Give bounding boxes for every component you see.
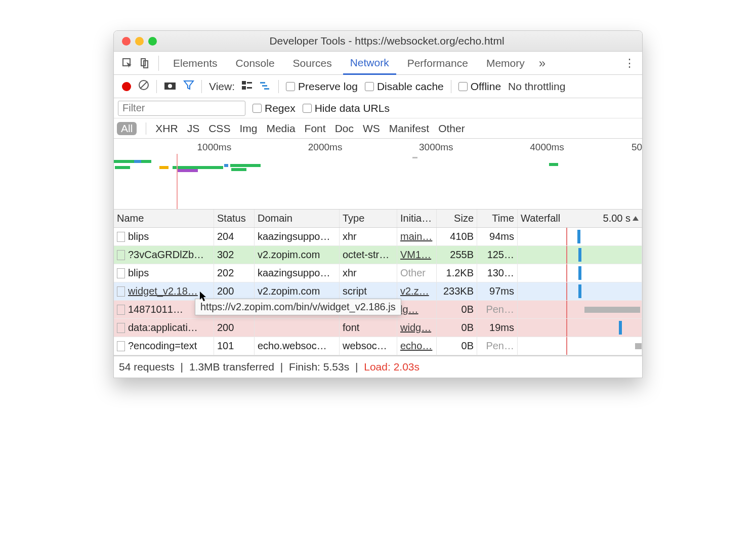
cell-initiator[interactable]: widg… (397, 319, 437, 337)
cell-name[interactable]: data:applicati… (114, 319, 214, 337)
throttling-select[interactable]: No throttling (508, 80, 565, 93)
cell-type: font (340, 319, 397, 337)
table-row[interactable]: blips202kaazingsuppo…xhrOther1.2KB130… (114, 264, 642, 282)
status-requests: 54 requests (119, 361, 175, 373)
inspect-icon[interactable] (121, 58, 134, 69)
cell-type: xhr (340, 264, 397, 282)
cell-waterfall (518, 319, 642, 337)
col-domain[interactable]: Domain (255, 210, 340, 227)
col-size[interactable]: Size (437, 210, 477, 227)
table-row[interactable]: ?3vCaGRDlZb…302v2.zopim.comoctet-str…VM1… (114, 246, 642, 264)
cell-initiator[interactable]: lg… (397, 301, 437, 318)
filter-type-js[interactable]: JS (187, 122, 200, 135)
table-row[interactable]: blips204kaazingsuppo…xhrmain…410B94ms (114, 228, 642, 246)
col-status[interactable]: Status (214, 210, 255, 227)
record-icon[interactable] (122, 82, 131, 91)
hide-data-urls-checkbox[interactable]: Hide data URLs (303, 102, 390, 114)
table-row[interactable]: data:applicati…200fontwidg…0B19ms (114, 319, 642, 337)
load-marker-line (566, 264, 567, 282)
row-name-text: blips (128, 231, 149, 242)
cell-initiator[interactable]: v2.z… (397, 282, 437, 300)
timeline-segment (115, 166, 130, 169)
hide-data-urls-label: Hide data URLs (315, 102, 390, 114)
tab-console[interactable]: Console (229, 52, 282, 75)
tab-sources[interactable]: Sources (286, 52, 339, 75)
cell-initiator[interactable]: echo… (397, 337, 437, 355)
cell-domain: v2.zopim.com (255, 282, 340, 300)
tab-network[interactable]: Network (343, 52, 396, 75)
timeline-segment (178, 169, 198, 172)
timeline-segment (412, 157, 417, 158)
svg-rect-11 (260, 82, 265, 84)
waterfall-pending-bar (635, 343, 642, 349)
device-toolbar-icon[interactable] (138, 58, 151, 69)
cell-type: script (340, 282, 397, 300)
separator (156, 80, 157, 93)
filter-type-all[interactable]: All (117, 122, 137, 135)
offline-label: Offline (471, 80, 501, 93)
filter-type-css[interactable]: CSS (208, 122, 230, 135)
table-row[interactable]: ?encoding=text101echo.websoc…websoc…echo… (114, 337, 642, 355)
row-name-text: blips (128, 267, 149, 279)
col-time[interactable]: Time (477, 210, 518, 227)
cell-name[interactable]: widget_v2.18… (114, 282, 214, 300)
row-name-text: data:applicati… (128, 322, 198, 334)
load-marker-line (566, 301, 567, 318)
disable-cache-checkbox[interactable]: Disable cache (365, 80, 444, 93)
network-toolbar: View: Preserve log Disable cache Offline… (114, 75, 642, 98)
timeline-tick: 1000ms (197, 142, 232, 153)
cell-waterfall (518, 264, 642, 282)
regex-checkbox[interactable]: Regex (253, 102, 296, 114)
more-menu-icon[interactable]: ⋮ (624, 57, 635, 70)
cell-initiator[interactable]: VM1… (397, 246, 437, 264)
clear-icon[interactable] (138, 79, 149, 93)
timeline-overview[interactable]: 1000ms 2000ms 3000ms 4000ms 50 (114, 139, 642, 210)
cell-type: xhr (340, 228, 397, 245)
timeline-tick: 3000ms (419, 142, 453, 153)
capture-screenshots-icon[interactable] (164, 80, 176, 93)
col-type[interactable]: Type (340, 210, 397, 227)
cell-domain: kaazingsuppo… (255, 264, 340, 282)
offline-checkbox[interactable]: Offline (458, 80, 501, 93)
filter-type-media[interactable]: Media (266, 122, 295, 135)
svg-point-6 (168, 84, 172, 88)
close-icon[interactable] (122, 37, 131, 46)
col-initiator[interactable]: Initia… (397, 210, 437, 227)
tab-elements[interactable]: Elements (166, 52, 225, 75)
table-row[interactable]: widget_v2.18…200v2.zopim.comscriptv2.z…2… (114, 282, 642, 301)
cell-name[interactable]: ?encoding=text (114, 337, 214, 355)
col-name[interactable]: Name (114, 210, 214, 227)
filter-type-manifest[interactable]: Manifest (389, 122, 429, 135)
waterfall-bar (578, 284, 581, 298)
timeline-segment (224, 164, 228, 167)
preserve-log-checkbox[interactable]: Preserve log (286, 80, 358, 93)
filter-type-xhr[interactable]: XHR (155, 122, 178, 135)
tab-performance[interactable]: Performance (400, 52, 475, 75)
large-rows-icon[interactable] (242, 80, 253, 93)
filter-type-img[interactable]: Img (239, 122, 257, 135)
tab-memory[interactable]: Memory (479, 52, 532, 75)
filter-input[interactable] (118, 101, 245, 116)
network-table-body: blips204kaazingsuppo…xhrmain…410B94ms?3v… (114, 228, 642, 355)
cell-status: 204 (214, 228, 255, 245)
filter-type-font[interactable]: Font (305, 122, 326, 135)
view-label: View: (209, 80, 235, 93)
svg-rect-10 (247, 87, 252, 89)
cell-name[interactable]: blips (114, 264, 214, 282)
filter-icon[interactable] (183, 79, 194, 93)
filter-type-ws[interactable]: WS (363, 122, 380, 135)
waterfall-view-icon[interactable] (260, 80, 271, 93)
filter-type-other[interactable]: Other (438, 122, 465, 135)
cell-name[interactable]: blips (114, 228, 214, 245)
document-icon (117, 286, 125, 297)
timeline-segment (141, 160, 151, 163)
filter-type-doc[interactable]: Doc (335, 122, 354, 135)
cell-initiator[interactable]: main… (397, 228, 437, 245)
overflow-tabs-icon[interactable]: » (536, 56, 549, 70)
waterfall-bar (578, 248, 581, 262)
separator (158, 56, 159, 71)
col-waterfall[interactable]: Waterfall 5.00 s (518, 210, 642, 227)
timeline-cursor-line (177, 154, 178, 209)
cell-name[interactable]: ?3vCaGRDlZb… (114, 246, 214, 264)
document-icon (117, 341, 125, 351)
